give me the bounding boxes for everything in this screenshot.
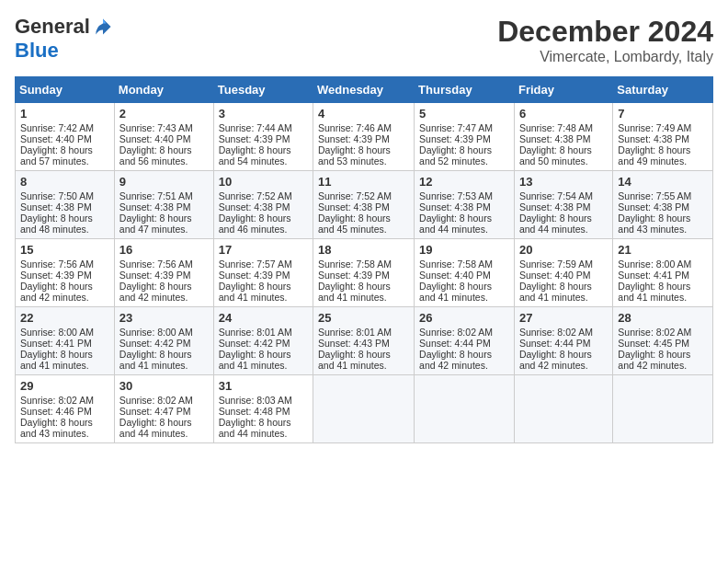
day-cell-18: 18Sunrise: 7:58 AMSunset: 4:39 PMDayligh…	[313, 239, 415, 307]
day-cell-3: 3Sunrise: 7:44 AMSunset: 4:39 PMDaylight…	[213, 103, 313, 171]
header-monday: Monday	[114, 77, 213, 103]
day-cell-22: 22Sunrise: 8:00 AMSunset: 4:41 PMDayligh…	[16, 307, 115, 375]
header-sunday: Sunday	[16, 77, 115, 103]
day-cell-15: 15Sunrise: 7:56 AMSunset: 4:39 PMDayligh…	[16, 239, 115, 307]
day-cell-5: 5Sunrise: 7:47 AMSunset: 4:39 PMDaylight…	[415, 103, 515, 171]
logo-general-text: General	[15, 15, 90, 39]
day-cell-12: 12Sunrise: 7:53 AMSunset: 4:38 PMDayligh…	[415, 171, 515, 239]
week-row-4: 22Sunrise: 8:00 AMSunset: 4:41 PMDayligh…	[16, 307, 713, 375]
week-row-3: 15Sunrise: 7:56 AMSunset: 4:39 PMDayligh…	[16, 239, 713, 307]
day-cell-24: 24Sunrise: 8:01 AMSunset: 4:42 PMDayligh…	[213, 307, 313, 375]
day-cell-empty-3	[514, 375, 612, 443]
day-cell-1: 1Sunrise: 7:42 AMSunset: 4:40 PMDaylight…	[16, 103, 115, 171]
week-row-5: 29Sunrise: 8:02 AMSunset: 4:46 PMDayligh…	[16, 375, 713, 443]
day-cell-2: 2Sunrise: 7:43 AMSunset: 4:40 PMDaylight…	[114, 103, 213, 171]
day-cell-19: 19Sunrise: 7:58 AMSunset: 4:40 PMDayligh…	[415, 239, 515, 307]
weekday-header-row: Sunday Monday Tuesday Wednesday Thursday…	[16, 77, 713, 103]
day-cell-13: 13Sunrise: 7:54 AMSunset: 4:38 PMDayligh…	[514, 171, 612, 239]
week-row-2: 8Sunrise: 7:50 AMSunset: 4:38 PMDaylight…	[16, 171, 713, 239]
day-cell-30: 30Sunrise: 8:02 AMSunset: 4:47 PMDayligh…	[114, 375, 213, 443]
header-friday: Friday	[514, 77, 612, 103]
header-thursday: Thursday	[415, 77, 515, 103]
day-cell-25: 25Sunrise: 8:01 AMSunset: 4:43 PMDayligh…	[313, 307, 415, 375]
header-tuesday: Tuesday	[213, 77, 313, 103]
day-cell-6: 6Sunrise: 7:48 AMSunset: 4:38 PMDaylight…	[514, 103, 612, 171]
day-cell-14: 14Sunrise: 7:55 AMSunset: 4:38 PMDayligh…	[613, 171, 713, 239]
day-cell-9: 9Sunrise: 7:51 AMSunset: 4:38 PMDaylight…	[114, 171, 213, 239]
logo-blue-text: Blue	[15, 39, 59, 63]
title-section: December 2024 Vimercate, Lombardy, Italy	[497, 15, 713, 65]
month-year-title: December 2024	[497, 15, 713, 49]
logo-icon	[92, 16, 114, 38]
day-cell-31: 31Sunrise: 8:03 AMSunset: 4:48 PMDayligh…	[213, 375, 313, 443]
day-cell-21: 21Sunrise: 8:00 AMSunset: 4:41 PMDayligh…	[613, 239, 713, 307]
day-cell-empty-1	[313, 375, 415, 443]
day-cell-8: 8Sunrise: 7:50 AMSunset: 4:38 PMDaylight…	[16, 171, 115, 239]
day-cell-27: 27Sunrise: 8:02 AMSunset: 4:44 PMDayligh…	[514, 307, 612, 375]
calendar-table: Sunday Monday Tuesday Wednesday Thursday…	[15, 76, 713, 443]
logo: General Blue	[15, 15, 114, 63]
day-cell-empty-2	[415, 375, 515, 443]
page-header: General Blue December 2024 Vimercate, Lo…	[15, 15, 713, 65]
week-row-1: 1Sunrise: 7:42 AMSunset: 4:40 PMDaylight…	[16, 103, 713, 171]
day-cell-16: 16Sunrise: 7:56 AMSunset: 4:39 PMDayligh…	[114, 239, 213, 307]
day-cell-28: 28Sunrise: 8:02 AMSunset: 4:45 PMDayligh…	[613, 307, 713, 375]
day-cell-17: 17Sunrise: 7:57 AMSunset: 4:39 PMDayligh…	[213, 239, 313, 307]
day-cell-4: 4Sunrise: 7:46 AMSunset: 4:39 PMDaylight…	[313, 103, 415, 171]
day-cell-29: 29Sunrise: 8:02 AMSunset: 4:46 PMDayligh…	[16, 375, 115, 443]
day-cell-26: 26Sunrise: 8:02 AMSunset: 4:44 PMDayligh…	[415, 307, 515, 375]
day-cell-20: 20Sunrise: 7:59 AMSunset: 4:40 PMDayligh…	[514, 239, 612, 307]
day-cell-23: 23Sunrise: 8:00 AMSunset: 4:42 PMDayligh…	[114, 307, 213, 375]
location-subtitle: Vimercate, Lombardy, Italy	[497, 49, 713, 65]
day-cell-11: 11Sunrise: 7:52 AMSunset: 4:38 PMDayligh…	[313, 171, 415, 239]
day-cell-10: 10Sunrise: 7:52 AMSunset: 4:38 PMDayligh…	[213, 171, 313, 239]
header-wednesday: Wednesday	[313, 77, 415, 103]
day-cell-empty-4	[613, 375, 713, 443]
day-cell-7: 7Sunrise: 7:49 AMSunset: 4:38 PMDaylight…	[613, 103, 713, 171]
header-saturday: Saturday	[613, 77, 713, 103]
